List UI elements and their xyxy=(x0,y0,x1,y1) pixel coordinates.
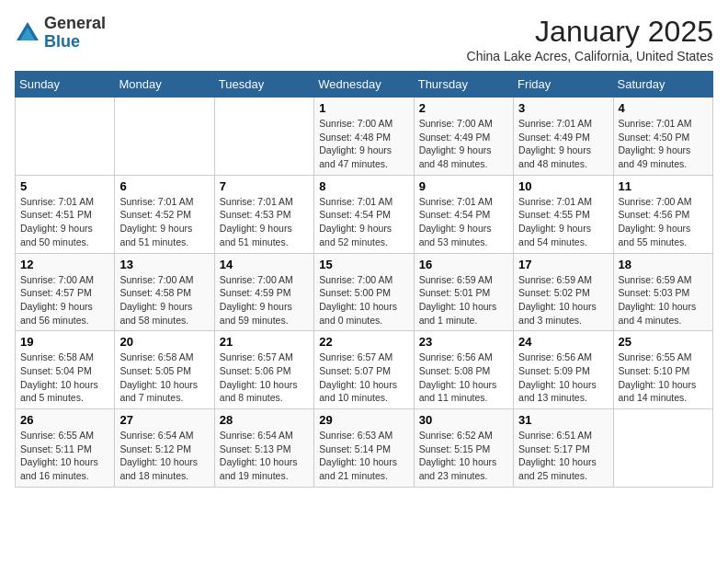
day-number: 10 xyxy=(518,179,608,193)
day-info: Sunrise: 7:00 AM Sunset: 4:49 PM Dayligh… xyxy=(419,117,508,171)
day-number: 14 xyxy=(220,258,309,271)
day-number: 29 xyxy=(319,413,408,427)
day-header-saturday: Saturday xyxy=(613,72,712,98)
day-number: 25 xyxy=(619,335,708,349)
logo-text: General Blue xyxy=(44,15,106,52)
calendar-cell: 19Sunrise: 6:58 AM Sunset: 5:04 PM Dayli… xyxy=(16,331,115,409)
calendar-header-row: SundayMondayTuesdayWednesdayThursdayFrid… xyxy=(16,72,713,98)
page-header: General Blue January 2025 China Lake Acr… xyxy=(15,15,713,63)
logo-icon xyxy=(15,20,40,46)
day-info: Sunrise: 6:57 AM Sunset: 5:06 PM Dayligh… xyxy=(220,350,309,405)
week-row-4: 19Sunrise: 6:58 AM Sunset: 5:04 PM Dayli… xyxy=(16,331,713,409)
calendar-cell: 11Sunrise: 7:00 AM Sunset: 4:56 PM Dayli… xyxy=(613,175,712,253)
day-header-friday: Friday xyxy=(514,72,613,98)
day-number: 6 xyxy=(119,179,209,193)
calendar-cell: 18Sunrise: 6:59 AM Sunset: 5:03 PM Dayli… xyxy=(613,253,712,331)
day-info: Sunrise: 6:59 AM Sunset: 5:02 PM Dayligh… xyxy=(518,273,608,327)
day-info: Sunrise: 7:01 AM Sunset: 4:52 PM Dayligh… xyxy=(119,195,209,249)
calendar-cell xyxy=(214,98,313,176)
day-header-tuesday: Tuesday xyxy=(214,72,313,98)
calendar-cell: 21Sunrise: 6:57 AM Sunset: 5:06 PM Dayli… xyxy=(214,331,313,409)
day-info: Sunrise: 7:01 AM Sunset: 4:53 PM Dayligh… xyxy=(220,195,309,249)
day-info: Sunrise: 6:59 AM Sunset: 5:01 PM Dayligh… xyxy=(419,273,508,327)
calendar-cell: 20Sunrise: 6:58 AM Sunset: 5:05 PM Dayli… xyxy=(115,331,214,409)
calendar-cell: 23Sunrise: 6:56 AM Sunset: 5:08 PM Dayli… xyxy=(414,331,513,409)
calendar-cell: 7Sunrise: 7:01 AM Sunset: 4:53 PM Daylig… xyxy=(214,175,313,253)
day-info: Sunrise: 7:01 AM Sunset: 4:54 PM Dayligh… xyxy=(419,195,508,249)
location: China Lake Acres, California, United Sta… xyxy=(467,49,713,63)
calendar-cell: 22Sunrise: 6:57 AM Sunset: 5:07 PM Dayli… xyxy=(314,331,414,409)
calendar-cell: 5Sunrise: 7:01 AM Sunset: 4:51 PM Daylig… xyxy=(16,175,115,253)
calendar-cell: 4Sunrise: 7:01 AM Sunset: 4:50 PM Daylig… xyxy=(613,98,712,176)
day-info: Sunrise: 7:00 AM Sunset: 5:00 PM Dayligh… xyxy=(319,273,408,327)
day-number: 17 xyxy=(518,258,608,271)
day-header-sunday: Sunday xyxy=(16,72,115,98)
day-number: 8 xyxy=(319,179,408,193)
day-number: 2 xyxy=(419,101,508,115)
calendar-cell: 6Sunrise: 7:01 AM Sunset: 4:52 PM Daylig… xyxy=(115,175,214,253)
calendar-cell: 29Sunrise: 6:53 AM Sunset: 5:14 PM Dayli… xyxy=(314,409,414,488)
day-number: 28 xyxy=(220,413,309,427)
day-number: 7 xyxy=(220,179,309,193)
calendar-cell: 10Sunrise: 7:01 AM Sunset: 4:55 PM Dayli… xyxy=(514,175,613,253)
day-info: Sunrise: 6:51 AM Sunset: 5:17 PM Dayligh… xyxy=(518,429,608,483)
calendar-cell xyxy=(16,98,115,176)
calendar-cell: 24Sunrise: 6:56 AM Sunset: 5:09 PM Dayli… xyxy=(514,331,613,409)
calendar-cell: 14Sunrise: 7:00 AM Sunset: 4:59 PM Dayli… xyxy=(214,253,313,331)
day-number: 11 xyxy=(619,179,708,193)
day-info: Sunrise: 6:52 AM Sunset: 5:15 PM Dayligh… xyxy=(419,429,508,483)
day-info: Sunrise: 7:00 AM Sunset: 4:56 PM Dayligh… xyxy=(619,195,708,249)
day-info: Sunrise: 7:01 AM Sunset: 4:54 PM Dayligh… xyxy=(319,195,408,249)
day-header-monday: Monday xyxy=(115,72,214,98)
day-info: Sunrise: 7:00 AM Sunset: 4:59 PM Dayligh… xyxy=(220,273,309,327)
day-info: Sunrise: 6:56 AM Sunset: 5:08 PM Dayligh… xyxy=(419,350,508,405)
day-number: 21 xyxy=(220,335,309,349)
day-header-wednesday: Wednesday xyxy=(314,72,414,98)
calendar-cell xyxy=(613,409,712,488)
day-info: Sunrise: 6:58 AM Sunset: 5:04 PM Dayligh… xyxy=(20,350,109,405)
calendar-cell: 15Sunrise: 7:00 AM Sunset: 5:00 PM Dayli… xyxy=(314,253,414,331)
calendar-cell: 3Sunrise: 7:01 AM Sunset: 4:49 PM Daylig… xyxy=(514,98,613,176)
calendar-cell xyxy=(115,98,214,176)
day-number: 27 xyxy=(119,413,209,427)
week-row-5: 26Sunrise: 6:55 AM Sunset: 5:11 PM Dayli… xyxy=(16,409,713,488)
day-info: Sunrise: 7:00 AM Sunset: 4:57 PM Dayligh… xyxy=(20,273,109,327)
day-info: Sunrise: 7:01 AM Sunset: 4:55 PM Dayligh… xyxy=(518,195,608,249)
calendar-cell: 13Sunrise: 7:00 AM Sunset: 4:58 PM Dayli… xyxy=(115,253,214,331)
day-number: 18 xyxy=(619,258,708,271)
day-number: 4 xyxy=(619,101,708,115)
week-row-1: 1Sunrise: 7:00 AM Sunset: 4:48 PM Daylig… xyxy=(16,98,713,176)
day-info: Sunrise: 7:00 AM Sunset: 4:48 PM Dayligh… xyxy=(319,117,408,171)
calendar-cell: 27Sunrise: 6:54 AM Sunset: 5:12 PM Dayli… xyxy=(115,409,214,488)
day-number: 15 xyxy=(319,258,408,271)
calendar-cell: 26Sunrise: 6:55 AM Sunset: 5:11 PM Dayli… xyxy=(16,409,115,488)
day-info: Sunrise: 7:00 AM Sunset: 4:58 PM Dayligh… xyxy=(119,273,209,327)
day-number: 3 xyxy=(518,101,608,115)
day-number: 23 xyxy=(419,335,508,349)
day-info: Sunrise: 6:55 AM Sunset: 5:11 PM Dayligh… xyxy=(20,429,109,483)
day-number: 20 xyxy=(119,335,209,349)
day-number: 26 xyxy=(20,413,109,427)
day-number: 30 xyxy=(419,413,508,427)
day-number: 9 xyxy=(419,179,508,193)
day-number: 1 xyxy=(319,101,408,115)
calendar-cell: 8Sunrise: 7:01 AM Sunset: 4:54 PM Daylig… xyxy=(314,175,414,253)
day-info: Sunrise: 6:54 AM Sunset: 5:12 PM Dayligh… xyxy=(119,429,209,483)
calendar-cell: 12Sunrise: 7:00 AM Sunset: 4:57 PM Dayli… xyxy=(16,253,115,331)
day-header-thursday: Thursday xyxy=(414,72,513,98)
week-row-2: 5Sunrise: 7:01 AM Sunset: 4:51 PM Daylig… xyxy=(16,175,713,253)
calendar-cell: 2Sunrise: 7:00 AM Sunset: 4:49 PM Daylig… xyxy=(414,98,513,176)
day-number: 16 xyxy=(419,258,508,271)
day-info: Sunrise: 6:56 AM Sunset: 5:09 PM Dayligh… xyxy=(518,350,608,405)
day-number: 22 xyxy=(319,335,408,349)
day-info: Sunrise: 6:53 AM Sunset: 5:14 PM Dayligh… xyxy=(319,429,408,483)
day-number: 12 xyxy=(20,258,109,271)
logo-blue: Blue xyxy=(44,32,80,51)
day-info: Sunrise: 7:01 AM Sunset: 4:50 PM Dayligh… xyxy=(619,117,708,171)
calendar-cell: 30Sunrise: 6:52 AM Sunset: 5:15 PM Dayli… xyxy=(414,409,513,488)
day-number: 5 xyxy=(20,179,109,193)
calendar-cell: 28Sunrise: 6:54 AM Sunset: 5:13 PM Dayli… xyxy=(214,409,313,488)
calendar-table: SundayMondayTuesdayWednesdayThursdayFrid… xyxy=(15,71,713,488)
day-info: Sunrise: 6:57 AM Sunset: 5:07 PM Dayligh… xyxy=(319,350,408,405)
calendar-cell: 16Sunrise: 6:59 AM Sunset: 5:01 PM Dayli… xyxy=(414,253,513,331)
